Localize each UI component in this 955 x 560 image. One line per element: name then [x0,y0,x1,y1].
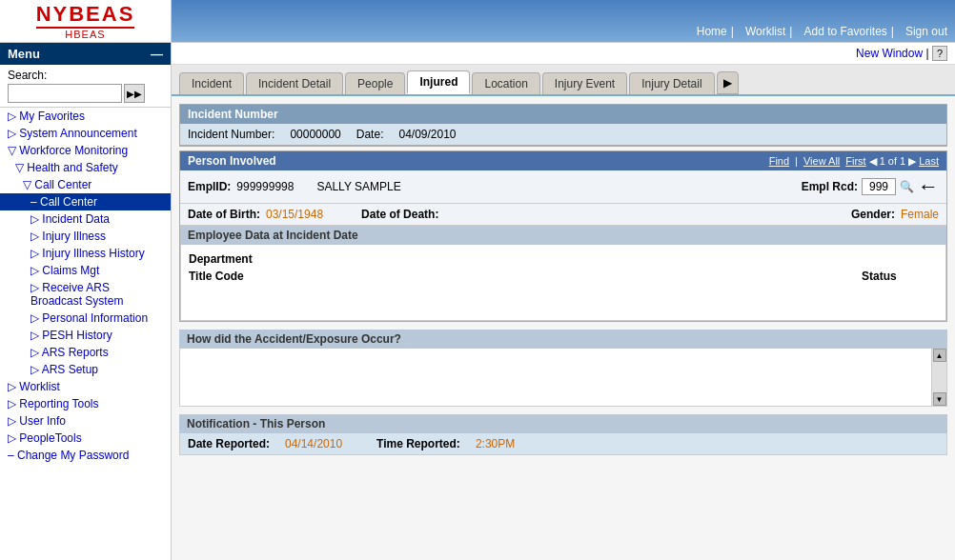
scrollbar-vertical: ▲ ▼ [931,349,946,406]
new-window-link[interactable]: New Window [856,47,923,60]
page-info: 1 of 1 [880,155,906,167]
empl-id-value: 999999998 [236,180,294,193]
incident-section-header: Incident Number [180,105,946,124]
sidebar-item-injury-illness[interactable]: ▷ Injury Illness [0,228,171,245]
sidebar-minimize[interactable]: — [151,47,163,61]
search-input[interactable] [8,84,122,103]
sidebar-item-injury-illness-history[interactable]: ▷ Injury Illness History [0,245,171,262]
sidebar-item-change-password[interactable]: – Change My Password [0,447,171,464]
health-safety-link[interactable]: ▽ Health and Safety [15,161,118,174]
gender-field: Gender: Female [851,208,939,221]
top-bar: New Window | ? [172,43,955,65]
tab-injury-detail[interactable]: Injury Detail [629,72,714,94]
sidebar-title: Menu [8,47,40,61]
call-center-group-link[interactable]: ▽ Call Center [23,178,91,191]
sidebar-item-receive-ars[interactable]: ▷ Receive ARS Broadcast System [0,279,171,310]
date-gender-row: Date of Birth: 03/15/1948 Date of Death:… [180,204,946,226]
tab-injury-event[interactable]: Injury Event [542,72,627,94]
incident-info-row: Incident Number: 00000000 Date: 04/09/20… [180,124,946,146]
date-reported-value: 04/14/2010 [285,437,342,450]
sidebar-item-health-safety[interactable]: ▽ Health and Safety [0,159,171,176]
notification-section: Notification - This Person Date Reported… [179,414,947,455]
help-icon[interactable]: ? [932,46,947,61]
pesh-history-link[interactable]: ▷ PESH History [30,329,112,342]
date-of-death-field: Date of Death: [361,208,444,221]
tab-people[interactable]: People [345,72,405,94]
ars-setup-link[interactable]: ▷ ARS Setup [30,363,98,376]
my-favorites-link[interactable]: ▷ My Favorites [8,110,85,123]
ars-reports-link[interactable]: ▷ ARS Reports [30,346,109,359]
sidebar-item-reporting-tools[interactable]: ▷ Reporting Tools [0,395,171,412]
add-favorites-link[interactable]: Add to Favorites [803,25,886,38]
sidebar-item-claims-mgt[interactable]: ▷ Claims Mgt [0,262,171,279]
injury-illness-link[interactable]: ▷ Injury Illness [30,230,106,243]
empl-id-label: EmplID: [188,180,231,193]
sidebar-item-pesh-history[interactable]: ▷ PESH History [0,327,171,344]
injury-illness-history-link[interactable]: ▷ Injury Illness History [30,247,145,260]
personal-info-link[interactable]: ▷ Personal Information [30,311,148,325]
home-link[interactable]: Home [697,25,727,38]
tab-incident[interactable]: Incident [179,72,244,94]
sign-out-link[interactable]: Sign out [905,25,947,38]
search-button[interactable]: ▶▶ [124,84,145,103]
gender-value: Female [901,208,939,221]
last-link[interactable]: Last [919,155,939,167]
pagination: First ◀ 1 of 1 ▶ Last [845,155,939,168]
emp-data-body: Department Title Code Status [180,245,946,321]
find-link[interactable]: Find [769,155,789,167]
sidebar-item-personal-info[interactable]: ▷ Personal Information [0,310,171,327]
incident-number-label: Incident Number: [188,128,274,141]
user-info-link[interactable]: ▷ User Info [8,414,66,428]
people-tools-link[interactable]: ▷ PeopleTools [8,431,82,445]
sidebar-item-call-center[interactable]: – Call Center [0,193,171,210]
sidebar-item-worklist[interactable]: ▷ Worklist [0,378,171,395]
title-code-label: Title Code [189,270,303,283]
tab-injured[interactable]: Injured [407,70,470,94]
tab-location[interactable]: Location [472,72,539,94]
worklist-link[interactable]: Worklist [745,25,785,38]
system-announcement-link[interactable]: ▷ System Announcement [8,127,137,140]
scroll-down-btn[interactable]: ▼ [933,392,946,406]
lookup-icon[interactable]: 🔍 [900,180,914,193]
arrow-indicator: ← [918,174,939,199]
worklist-nav-link[interactable]: ▷ Worklist [8,380,60,393]
accident-textarea[interactable] [180,349,931,406]
first-link[interactable]: First [845,155,865,167]
workforce-monitoring-link[interactable]: ▽ Workforce Monitoring [8,144,128,157]
content-area: Incident Number Incident Number: 0000000… [172,96,955,463]
sidebar-item-ars-setup[interactable]: ▷ ARS Setup [0,361,171,378]
time-reported-label: Time Reported: [376,437,460,450]
accident-header: How did the Accident/Exposure Occur? [179,330,947,349]
sidebar-item-ars-reports[interactable]: ▷ ARS Reports [0,344,171,361]
status-label: Status [862,270,938,283]
sidebar-item-workforce-monitoring[interactable]: ▽ Workforce Monitoring [0,142,171,159]
date-of-birth-field: Date of Birth: 03/15/1948 [188,208,323,221]
department-label: Department [189,252,303,266]
incident-number-value: 00000000 [290,128,340,141]
empl-rcd-input[interactable] [862,178,896,195]
dob-label: Date of Birth: [188,208,260,221]
tab-incident-detail[interactable]: Incident Detail [246,72,343,94]
sidebar-item-people-tools[interactable]: ▷ PeopleTools [0,430,171,447]
dod-label: Date of Death: [361,208,438,221]
change-password-link[interactable]: – Change My Password [8,449,129,462]
view-all-link[interactable]: View All [803,155,840,167]
empl-name: SALLY SAMPLE [316,180,400,193]
reporting-tools-link[interactable]: ▷ Reporting Tools [8,397,99,410]
header-nav: Home | Worklist | Add to Favorites | Sig… [172,0,955,42]
accident-section: How did the Accident/Exposure Occur? ▲ ▼ [179,330,947,407]
department-row: Department [189,250,938,268]
sidebar-item-user-info[interactable]: ▷ User Info [0,412,171,430]
sidebar-item-system-announcement[interactable]: ▷ System Announcement [0,125,171,142]
tab-arrow[interactable]: ▶ [717,71,739,94]
sidebar-item-call-center-group[interactable]: ▽ Call Center [0,176,171,193]
claims-mgt-link[interactable]: ▷ Claims Mgt [30,264,99,277]
sidebar-header: Menu — [0,43,171,65]
receive-ars-link[interactable]: ▷ Receive ARS Broadcast System [30,281,123,308]
scroll-up-btn[interactable]: ▲ [933,349,946,362]
sidebar-item-incident-data[interactable]: ▷ Incident Data [0,210,171,228]
incident-data-link[interactable]: ▷ Incident Data [30,212,110,226]
sidebar-item-my-favorites[interactable]: ▷ My Favorites [0,108,171,125]
gender-label: Gender: [851,208,895,221]
incident-date-label: Date: [356,128,384,141]
